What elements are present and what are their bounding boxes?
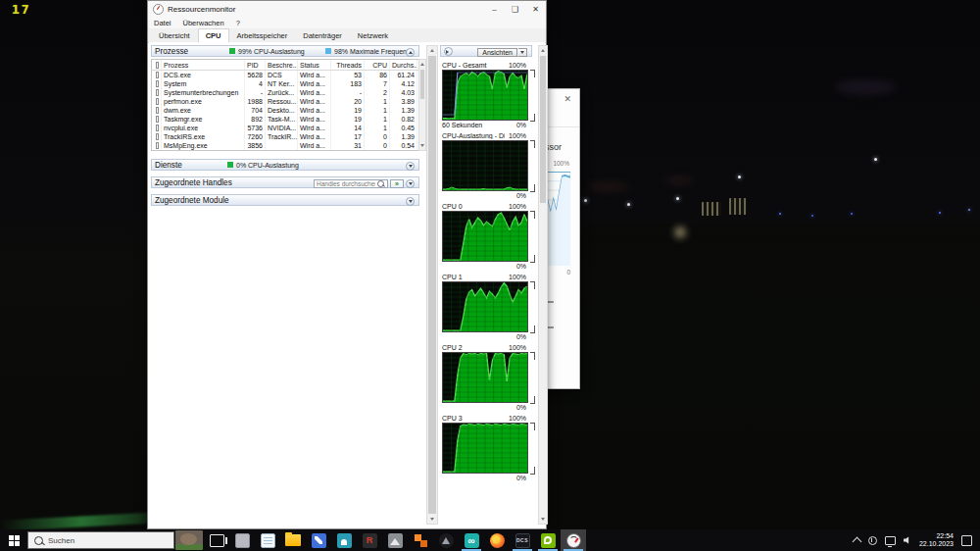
tab-uebersicht[interactable]: Übersicht: [151, 28, 198, 42]
pinned-app-red-tools[interactable]: R: [357, 529, 382, 551]
expand-handles-button[interactable]: [406, 179, 415, 188]
menu-help[interactable]: ?: [236, 19, 240, 27]
table-row[interactable]: nvcplui.exe5736NVIDIA...Wird a...1410.45: [152, 124, 425, 132]
title-bar[interactable]: Ressourcenmonitor – ❑ ✕: [148, 1, 546, 17]
resource-monitor-taskbar[interactable]: [561, 529, 586, 551]
scenery-light: [584, 199, 587, 202]
volume-icon[interactable]: [904, 536, 911, 544]
scroll-up-icon[interactable]: [541, 49, 545, 52]
pinned-notepad[interactable]: [255, 529, 280, 551]
file-explorer[interactable]: [280, 529, 306, 551]
collapse-prozesse-button[interactable]: [406, 48, 415, 57]
views-dropdown-arrow[interactable]: [518, 48, 527, 57]
process-checkbox[interactable]: [156, 107, 159, 114]
section-header-dienste[interactable]: Dienste 0% CPU-Auslastung: [151, 159, 419, 171]
section-header-module[interactable]: Zugeordnete Module: [151, 194, 419, 206]
handles-search-box[interactable]: [314, 179, 388, 188]
tray-status-icon[interactable]: [868, 536, 877, 545]
maximize-button[interactable]: ❑: [505, 2, 525, 17]
pinned-app-orange[interactable]: [408, 529, 433, 551]
column-header[interactable]: CPU: [365, 60, 390, 70]
collapse-panel-button[interactable]: [444, 47, 453, 56]
process-checkbox[interactable]: [156, 125, 159, 131]
right-pane-scrollbar[interactable]: [538, 45, 548, 525]
column-header[interactable]: Threads: [331, 60, 365, 70]
pinned-app-teal-icon: [337, 533, 352, 548]
tray-overflow-icon[interactable]: [853, 536, 862, 546]
pinned-notepad-icon: [261, 533, 275, 548]
pinned-trackir[interactable]: [433, 529, 459, 551]
taskbar-search-box[interactable]: Suchen: [27, 531, 174, 549]
scrollbar-thumb[interactable]: [420, 70, 424, 99]
scrollbar-thumb[interactable]: [540, 56, 546, 203]
process-checkbox[interactable]: [156, 116, 159, 123]
pinned-app-blue[interactable]: [306, 529, 331, 551]
process-table-scrollbar[interactable]: [418, 59, 426, 151]
task-view-button[interactable]: [204, 529, 229, 551]
pinned-trackir-icon: [439, 533, 454, 548]
search-go-button[interactable]: »: [390, 179, 404, 188]
scroll-up-icon[interactable]: [430, 49, 434, 52]
table-row[interactable]: dwm.exe704Deskto...Wird a...1911.39: [152, 106, 425, 115]
taskbar-clock[interactable]: 22:54 22.10.2023: [919, 532, 954, 548]
scroll-down-icon[interactable]: [420, 144, 424, 147]
process-checkbox[interactable]: [156, 142, 159, 149]
graph-title: CPU - Gesamt: [442, 62, 487, 69]
cpu-graphs-list: CPU - Gesamt100%60 Sekunden0%CPU-Auslast…: [440, 60, 538, 483]
handles-search-input[interactable]: [315, 180, 377, 187]
expand-dienste-button[interactable]: [406, 162, 415, 171]
close-icon[interactable]: ✕: [564, 95, 571, 104]
process-checkbox[interactable]: [156, 72, 159, 78]
scroll-down-icon[interactable]: [430, 518, 434, 521]
network-icon[interactable]: [885, 536, 896, 545]
table-row[interactable]: Systemunterbrechungen-Zurück...Wird a...…: [152, 88, 425, 97]
graph-title: CPU 1: [442, 274, 463, 280]
process-checkbox[interactable]: [156, 89, 159, 96]
menu-datei[interactable]: Datei: [154, 19, 172, 27]
scroll-down-icon[interactable]: [541, 518, 545, 521]
column-header[interactable]: PID: [245, 60, 266, 70]
dcs-app[interactable]: DCS: [510, 529, 535, 551]
views-button[interactable]: Ansichten: [477, 48, 517, 57]
system-tray: 22:54 22.10.2023: [854, 532, 980, 548]
process-checkbox[interactable]: [156, 80, 159, 87]
pinned-app-teal[interactable]: [331, 529, 357, 551]
table-row[interactable]: System4NT Ker...Wird a...18374.12: [152, 79, 425, 88]
table-row[interactable]: TrackIRS.exe7260TrackIR...Wird a...1701.…: [152, 132, 425, 141]
pinned-animal-photo[interactable]: [174, 529, 204, 551]
table-row[interactable]: MsMpEng.exe3856Wird a...3100.54: [152, 141, 425, 150]
column-header[interactable]: Status: [298, 60, 331, 70]
scrollbar-thumb[interactable]: [428, 56, 436, 514]
nvidia-app[interactable]: [535, 529, 561, 551]
table-row[interactable]: Taskmgr.exe892Task-M...Wird a...1910.82: [152, 115, 425, 124]
expand-module-button[interactable]: [406, 197, 415, 206]
select-all-checkbox[interactable]: [156, 62, 159, 69]
tab-netzwerk[interactable]: Netzwerk: [350, 28, 396, 42]
column-header[interactable]: Beschre...: [266, 60, 298, 70]
window-content: Prozesse 99% CPU-Auslastung 98% Maximale…: [149, 42, 545, 528]
close-button[interactable]: ✕: [525, 2, 546, 17]
tab-datentraeger[interactable]: Datenträger: [295, 28, 350, 42]
pinned-photos-app[interactable]: [382, 529, 408, 551]
column-header[interactable]: Prozess: [162, 60, 245, 70]
tab-cpu[interactable]: CPU: [198, 28, 229, 43]
minimize-button[interactable]: –: [484, 2, 505, 17]
table-row[interactable]: DCS.exe5628DCSWird a...538661.24: [152, 71, 425, 79]
column-header[interactable]: Durchs...: [390, 60, 417, 70]
menu-ueberwachen[interactable]: Überwachen: [183, 19, 224, 27]
tab-arbeitsspeicher[interactable]: Arbeitsspeicher: [229, 28, 296, 42]
table-row[interactable]: svchost.exe (LocalServiceN...3020Hostpr.…: [152, 150, 425, 151]
table-row[interactable]: perfmon.exe1988Ressou...Wird a...2013.89: [152, 97, 425, 106]
scroll-up-icon[interactable]: [420, 63, 424, 66]
section-header-prozesse[interactable]: Prozesse 99% CPU-Auslastung 98% Maximale…: [151, 45, 419, 57]
left-pane-scrollbar[interactable]: [426, 45, 438, 525]
pinned-app-infinity[interactable]: ∞: [459, 529, 484, 551]
start-button[interactable]: [0, 529, 27, 551]
table-cell: 5736: [245, 124, 266, 132]
firefox[interactable]: [484, 529, 510, 551]
pinned-app-grey[interactable]: [229, 529, 255, 551]
action-center-icon[interactable]: [961, 535, 972, 546]
section-header-handles[interactable]: Zugeordnete Handles »: [151, 176, 419, 188]
process-checkbox[interactable]: [156, 98, 159, 105]
process-checkbox[interactable]: [156, 133, 159, 140]
